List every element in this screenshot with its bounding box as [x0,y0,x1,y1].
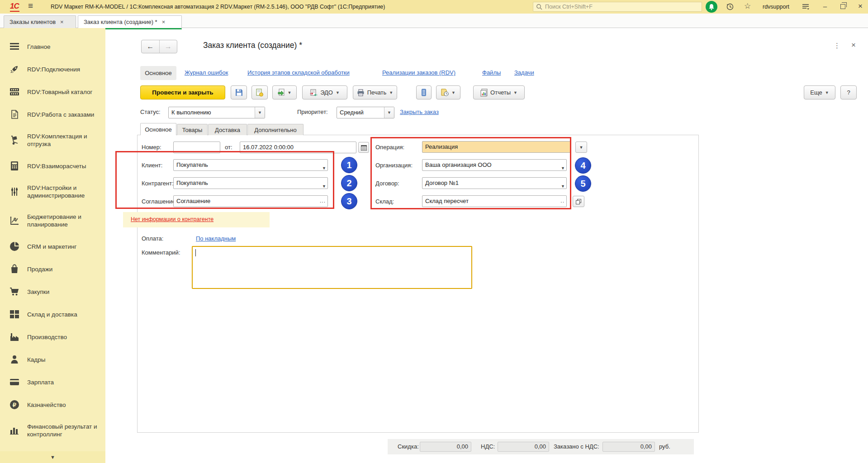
favorites-star-icon[interactable]: ☆ [744,1,751,11]
sidebar-item-crm[interactable]: CRM и маркетинг [0,235,105,258]
minimize-button[interactable]: – [820,0,830,14]
status-select[interactable]: К выполнению ▼ [168,107,265,118]
nav-link-error-log[interactable]: Журнал ошибок [185,69,228,76]
date-label: от: [225,144,232,151]
restore-button[interactable] [840,4,845,9]
priority-value: Средний [337,107,384,118]
close-icon[interactable]: × [60,19,64,25]
edo-button[interactable]: ЭДО ▼ [302,85,347,99]
sliders-icon [9,186,20,197]
more-button[interactable]: Еще ▼ [804,85,835,99]
chevron-down-icon[interactable]: ▼ [384,107,394,118]
chevron-down-icon: ▼ [451,90,455,95]
number-label: Номер: [142,144,161,151]
sidebar-item-label: CRM и маркетинг [27,243,76,250]
sidebar-item-rdv-katalog[interactable]: RDV:Товарный каталог [0,80,105,103]
window-close-button[interactable]: × [855,0,866,14]
save-button[interactable] [231,85,247,99]
comment-textarea[interactable] [192,246,472,289]
sidebar-item-kaznacheystvo[interactable]: ₽ Казначейство [0,393,105,416]
global-search-input[interactable]: Поиск Ctrl+Shift+F [533,2,702,12]
sidebar-item-label: Кадры [27,356,45,364]
vat-label: НДС: [481,443,495,450]
doc-arrow-icon [278,89,285,97]
doc-clock-icon [441,89,449,96]
tab-dostavka[interactable]: Доставка [208,124,247,135]
sidebar-item-zarplata[interactable]: Зарплата [0,371,105,393]
payment-link[interactable]: По накладным [196,235,236,242]
nav-link-files[interactable]: Файлы [482,69,501,76]
nav-link-tasks[interactable]: Задачи [514,69,534,76]
annotation-circle-5: 5 [575,175,591,192]
calculator-icon [9,161,20,171]
sidebar-item-label: Главное [27,43,51,51]
back-button[interactable]: ← [142,40,160,53]
tab-orders-list[interactable]: Заказы клиентов × [4,15,76,28]
sidebar-item-rdv-komplektatsiya[interactable]: RDV:Комплектация и отгрузка [0,126,105,155]
print-button[interactable]: Печать ▼ [353,85,397,99]
service-menu-icon[interactable] [801,2,811,11]
nav-link-realizations[interactable]: Реализации заказов (RDV) [382,69,455,76]
open-warehouse-button[interactable] [573,196,584,207]
reports-button[interactable]: Отчеты ▼ [473,85,525,99]
post-and-close-button[interactable]: Провести и закрыть [140,85,225,99]
form-close-icon[interactable]: × [851,41,856,50]
sidebar-item-byudzhetirovanie[interactable]: o Бюджетирование и планирование [0,206,105,235]
sidebar-item-kadry[interactable]: Кадры [0,348,105,371]
main-menu-icon[interactable]: ≡ [28,1,33,11]
sidebar-item-sklad[interactable]: Склад и доставка [0,303,105,326]
sidebar-item-zakupki[interactable]: Закупки [0,280,105,303]
sidebar-item-label: RDV:Подключения [27,66,80,73]
1c-logo: 1С [10,2,19,12]
kebab-menu-icon[interactable]: ⋮ [834,42,840,50]
tab-dopolnitelno[interactable]: Дополнительно [247,124,304,135]
operation-dropdown-button[interactable]: ▼ [575,142,587,153]
chevron-down-icon: ▼ [389,90,393,95]
calendar-icon [361,145,367,151]
factory-icon [9,331,20,342]
total-value: 0,00 [602,442,655,452]
tab-order-create[interactable]: Заказ клиента (создание) * × [78,15,182,29]
planning-icon: o [9,215,20,226]
sidebar-more-button[interactable]: ▼ [0,451,105,463]
priority-select[interactable]: Средний ▼ [337,107,394,118]
sidebar-item-rdv-vzaimoraschety[interactable]: RDV:Взаиморасчеты [0,155,105,177]
calendar-button[interactable] [358,142,369,153]
chevron-down-icon: ▼ [288,90,292,95]
notifications-button[interactable] [706,1,717,13]
sidebar-item-prodazhi[interactable]: Продажи [0,258,105,280]
status-value: К выполнению [169,107,255,118]
tab-osnovnoe[interactable]: Основное [140,123,176,135]
post-document-button[interactable] [251,85,268,99]
total-label: Заказано с НДС: [554,443,599,450]
bag-icon [9,264,20,274]
user-name[interactable]: rdvsupport [763,0,789,14]
sidebar-item-label: RDV:Работа с заказами [27,111,94,118]
person-icon [9,354,20,365]
forward-button[interactable]: → [160,40,177,53]
counterparty-warning-link[interactable]: Нет информации о контрагенте [131,216,213,222]
tab-tovary[interactable]: Товары [177,124,208,135]
sidebar-item-proizvodstvo[interactable]: Производство [0,326,105,348]
close-order-link[interactable]: Закрыть заказ [400,109,439,115]
edo-label: ЭДО [320,89,333,96]
sidebar-item-finrezultat[interactable]: Финансовый результат и контроллинг [0,416,105,445]
window-title: RDV Маркет RM-KA-MODEL / 1С:Комплексная … [51,0,385,14]
sidebar-item-rdv-nastroyki[interactable]: RDV:Настройки и администрирование [0,177,105,206]
help-button[interactable]: ? [840,85,857,99]
chevron-down-icon[interactable]: ▼ [255,107,265,118]
sidebar-item-rdv-zakazy[interactable]: RDV:Работа с заказами [0,103,105,126]
task-list-button[interactable] [416,85,432,99]
title-bar: 1С ≡ RDV Маркет RM-KA-MODEL / 1С:Комплек… [0,0,868,14]
nav-current-chip[interactable]: Основное [140,66,176,80]
history-icon[interactable] [725,2,735,11]
reminder-button[interactable]: ▼ [436,85,460,99]
svg-text:₽: ₽ [13,402,17,408]
sidebar-item-glavnoe[interactable]: Главное [0,35,105,58]
sidebar-item-label: Закупки [27,288,49,296]
sidebar-item-rdv-podklyucheniya[interactable]: RDV:Подключения [0,58,105,80]
close-icon[interactable]: × [162,19,166,25]
create-based-on-button[interactable]: ▼ [272,85,297,99]
nav-link-warehouse-history[interactable]: История этапов складской обработки [247,69,350,76]
rocket-icon [9,64,20,75]
